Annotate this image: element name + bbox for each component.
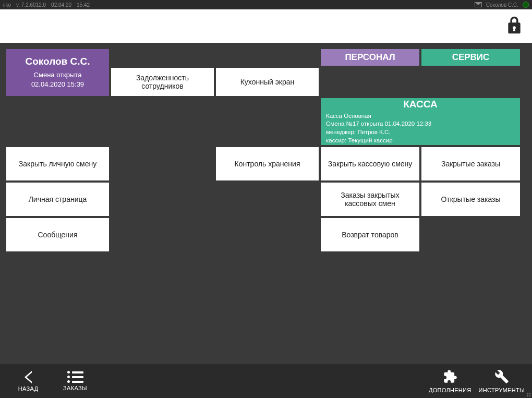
personnel-title: ПЕРСОНАЛ	[345, 52, 395, 63]
kassa-title: КАССА	[326, 99, 515, 110]
btn-messages[interactable]: Сообщения	[6, 218, 109, 251]
titlebar-date: 02.04.20	[51, 2, 71, 8]
kassa-header: КАССА Касса Основная Смена №17 открыта 0…	[321, 98, 520, 145]
titlebar-time: 15:42	[77, 2, 90, 8]
user-header: Соколов С.С. Смена открыта 02.04.2020 15…	[6, 49, 109, 96]
list-icon	[67, 371, 83, 383]
bottombar: НАЗАД ЗАКАЗЫ ДОПОЛНЕНИЯ ИНСТРУМЕНТЫ	[0, 364, 532, 398]
btn-storage-control[interactable]: Контроль хранения	[216, 147, 319, 180]
chevron-left-icon	[25, 371, 32, 383]
service-title: СЕРВИС	[452, 52, 490, 63]
btn-employee-debt[interactable]: Задолженность сотрудников	[111, 68, 214, 96]
kassa-info-cashier: кассир: Текущий кассир	[326, 137, 515, 145]
shift-status: Смена открыта	[31, 70, 84, 80]
tools-icon	[494, 369, 509, 385]
mail-icon[interactable]	[475, 2, 482, 7]
btn-closed-orders[interactable]: Закрытые заказы	[421, 147, 520, 180]
kassa-info-manager: менеджер: Петров К.С.	[326, 128, 515, 137]
service-header: СЕРВИС	[421, 49, 520, 66]
orders-button[interactable]: ЗАКАЗЫ	[54, 371, 96, 392]
app-version: v. 7.2.6012.0	[16, 2, 46, 8]
titlebar-user: Соколов С.С.	[486, 2, 518, 8]
kassa-info-name: Касса Основная	[326, 112, 515, 120]
app-name: iiko	[3, 2, 11, 8]
btn-return-goods[interactable]: Возврат товаров	[321, 218, 419, 251]
topbar	[0, 9, 532, 43]
main-area: Соколов С.С. Смена открыта 02.04.2020 15…	[0, 43, 532, 364]
btn-open-orders[interactable]: Открытые заказы	[421, 183, 520, 216]
kassa-info-shift: Смена №17 открыта 01.04.2020 12:33	[326, 120, 515, 128]
titlebar: iiko v. 7.2.6012.0 02.04.20 15:42 Соколо…	[0, 0, 532, 9]
back-button[interactable]: НАЗАД	[7, 371, 49, 392]
tools-label: ИНСТРУМЕНТЫ	[479, 387, 525, 393]
btn-closed-shift-orders[interactable]: Заказы закрытых кассовых смен	[321, 183, 419, 216]
puzzle-icon	[443, 369, 457, 385]
btn-personal-page[interactable]: Личная страница	[6, 183, 109, 216]
tools-button[interactable]: ИНСТРУМЕНТЫ	[479, 369, 525, 393]
status-indicator-icon	[523, 2, 529, 8]
lock-icon[interactable]	[507, 16, 522, 36]
user-name: Соколов С.С.	[25, 56, 90, 67]
btn-close-cash-shift[interactable]: Закрыть кассовую смену	[321, 147, 419, 180]
back-label: НАЗАД	[18, 385, 38, 392]
resize-grip-icon[interactable]	[526, 392, 531, 397]
btn-kitchen-screen[interactable]: Кухонный экран	[216, 68, 319, 96]
btn-close-personal-shift[interactable]: Закрыть личную смену	[6, 147, 109, 180]
addons-button[interactable]: ДОПОЛНЕНИЯ	[429, 369, 471, 393]
orders-label: ЗАКАЗЫ	[63, 385, 87, 391]
personnel-header: ПЕРСОНАЛ	[321, 49, 419, 66]
shift-opened-time: 02.04.2020 15:39	[31, 80, 84, 89]
addons-label: ДОПОЛНЕНИЯ	[429, 387, 471, 393]
